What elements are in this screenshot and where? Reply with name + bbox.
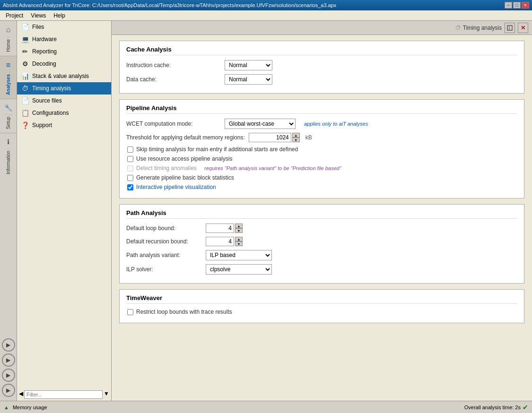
- menu-help[interactable]: Help: [50, 11, 69, 20]
- sidebar-filter-area: ◀ ▼: [17, 388, 111, 401]
- files-icon: 📄: [21, 23, 29, 31]
- sidebar-label-timing: Timing analysis: [32, 85, 71, 92]
- sidebar-label-config: Configurations: [32, 110, 69, 116]
- ilp-solver-select[interactable]: clpsolve lp_solve: [206, 264, 272, 275]
- tab-information-label[interactable]: Information: [6, 149, 11, 176]
- decoding-icon: ⚙: [21, 60, 29, 68]
- checkbox-resource-access: Use resource access pipeline analysis: [126, 155, 517, 162]
- skip-timing-label: Skip timing analysis for main entry if a…: [136, 146, 298, 153]
- close-window-button[interactable]: ✕: [522, 2, 529, 9]
- sidebar-item-decoding[interactable]: ⚙ Decoding: [17, 58, 111, 70]
- playback-btn-1[interactable]: ▶: [2, 338, 15, 352]
- sidebar-label-source: Source files: [32, 97, 62, 104]
- filter-input[interactable]: [24, 390, 103, 399]
- recursion-bound-row: Default recursion bound: ▲ ▼: [126, 237, 517, 246]
- menu-views[interactable]: Views: [27, 11, 50, 20]
- restrict-loop-row: Restrict loop bounds with trace results: [126, 309, 517, 315]
- content-title: Timing analysis: [463, 25, 502, 31]
- sidebar-item-hardware[interactable]: 💻 Hardware: [17, 33, 111, 45]
- data-cache-row: Data cache: Normal Always hit Always mis…: [126, 74, 517, 85]
- loop-bound-label: Default loop bound:: [126, 225, 202, 232]
- content-area: ⏱ Timing analysis ✕ Cache Analysis Instr…: [112, 21, 532, 401]
- success-icon: ✔: [523, 404, 528, 411]
- title-bar: AbsInt Advanced Analyzer for TriCore: C:…: [0, 0, 532, 10]
- sidebar-label-files: Files: [32, 24, 44, 30]
- tab-analyses-label[interactable]: Analyses: [6, 72, 11, 97]
- tab-information-icon[interactable]: ℹ: [7, 135, 9, 149]
- recursion-bound-up[interactable]: ▲: [235, 237, 243, 241]
- pipeline-analysis-section: Pipeline Analysis WCET computation mode:…: [119, 99, 524, 198]
- scroll-content: Cache Analysis Instruction cache: Normal…: [112, 35, 532, 401]
- threshold-row: Threshold for applying default memory re…: [126, 133, 517, 142]
- filter-prev-btn[interactable]: ◀: [19, 390, 23, 399]
- recursion-bound-input[interactable]: [206, 237, 234, 246]
- instruction-cache-label: Instruction cache:: [126, 62, 221, 69]
- support-icon: ❓: [21, 121, 29, 129]
- loop-bound-input[interactable]: [206, 224, 234, 233]
- instruction-cache-row: Instruction cache: Normal Always hit Alw…: [126, 60, 517, 70]
- loop-bound-up[interactable]: ▲: [235, 224, 243, 228]
- maximize-button[interactable]: □: [513, 2, 521, 9]
- tab-home-icon[interactable]: ⌂: [6, 23, 11, 37]
- panel-close-button[interactable]: ✕: [518, 23, 528, 33]
- resize-button[interactable]: [505, 23, 515, 33]
- ilp-solver-row: ILP solver: clpsolve lp_solve: [126, 264, 517, 275]
- tab-home-label[interactable]: Home: [6, 37, 11, 54]
- instruction-cache-select[interactable]: Normal Always hit Always miss Not analyz…: [225, 60, 272, 70]
- playback-btn-3[interactable]: ▶: [2, 369, 15, 382]
- wcet-select[interactable]: Global worst-case Local worst-case: [225, 119, 296, 129]
- sidebar-item-timing[interactable]: ⏱ Timing analysis: [17, 82, 111, 95]
- pipeline-stats-checkbox[interactable]: [127, 175, 133, 181]
- restrict-loop-label: Restrict loop bounds with trace results: [136, 309, 232, 315]
- analysis-time: Overall analysis time: 2s: [464, 404, 521, 410]
- memory-icon: ▲: [4, 404, 9, 410]
- ilp-solver-label: ILP solver:: [126, 266, 202, 273]
- threshold-unit: kB: [305, 134, 312, 141]
- loop-bound-down[interactable]: ▼: [235, 228, 243, 233]
- main-layout: ⌂ Home ≡ Analyses 🔧 Setup ℹ Information …: [0, 21, 532, 401]
- threshold-spinner: ▲ ▼: [249, 133, 300, 142]
- playback-btn-4[interactable]: ▶: [2, 384, 15, 397]
- detect-anomalies-checkbox[interactable]: [127, 165, 133, 172]
- path-variant-select[interactable]: ILP based Prediction file based: [206, 250, 272, 260]
- sidebar-item-stack-value[interactable]: 📊 Stack & value analysis: [17, 70, 111, 82]
- filter-dropdown-btn[interactable]: ▼: [104, 390, 109, 399]
- status-left: ▲ Memory usage: [4, 404, 47, 410]
- sidebar-item-source[interactable]: 📄 Source files: [17, 95, 111, 107]
- threshold-spin-down[interactable]: ▼: [292, 138, 300, 142]
- sidebar-item-configurations[interactable]: 📋 Configurations: [17, 107, 111, 119]
- wcet-label: WCET computation mode:: [126, 120, 221, 127]
- sidebar-item-support[interactable]: ❓ Support: [17, 119, 111, 131]
- resource-access-checkbox[interactable]: [127, 156, 133, 162]
- skip-timing-checkbox[interactable]: [127, 146, 133, 153]
- minimize-button[interactable]: −: [505, 2, 512, 9]
- interactive-pipeline-checkbox[interactable]: [127, 184, 133, 190]
- title-bar-buttons: − □ ✕: [505, 2, 529, 9]
- cache-analysis-title: Cache Analysis: [126, 46, 517, 55]
- tab-analyses-icon[interactable]: ≡: [6, 58, 10, 72]
- threshold-spin-up[interactable]: ▲: [292, 133, 300, 138]
- resource-access-label: Use resource access pipeline analysis: [136, 155, 232, 162]
- sidebar-item-files[interactable]: 📄 Files: [17, 21, 111, 33]
- recursion-bound-label: Default recursion bound:: [126, 238, 202, 245]
- data-cache-select[interactable]: Normal Always hit Always miss Not analyz…: [225, 74, 272, 85]
- checkbox-pipeline-stats: Generate pipeline basic block statistics: [126, 174, 517, 181]
- sidebar-label-stack: Stack & value analysis: [32, 73, 89, 79]
- path-analysis-section: Path Analysis Default loop bound: ▲ ▼ De…: [119, 204, 524, 284]
- timeweaver-title: TimeWeaver: [126, 294, 517, 304]
- playback-btn-2[interactable]: ▶: [2, 353, 15, 367]
- tab-setup-icon[interactable]: 🔧: [4, 101, 12, 115]
- checkbox-detect-anomalies: Detect timing anomalies requires "Path a…: [126, 165, 517, 172]
- sidebar-item-reporting[interactable]: ✏ Reporting: [17, 45, 111, 58]
- timeweaver-section: TimeWeaver Restrict loop bounds with tra…: [119, 289, 524, 323]
- menu-project[interactable]: Project: [2, 11, 27, 20]
- loop-bound-btns: ▲ ▼: [235, 224, 243, 233]
- menu-bar: Project Views Help: [0, 10, 532, 21]
- threshold-spinner-btns: ▲ ▼: [292, 133, 300, 142]
- status-bar: ▲ Memory usage Overall analysis time: 2s…: [0, 401, 532, 413]
- recursion-bound-down[interactable]: ▼: [235, 241, 243, 246]
- restrict-loop-checkbox[interactable]: [127, 309, 133, 315]
- pipeline-stats-label: Generate pipeline basic block statistics: [136, 174, 234, 181]
- threshold-input[interactable]: [249, 133, 291, 142]
- tab-setup-label[interactable]: Setup: [6, 115, 11, 131]
